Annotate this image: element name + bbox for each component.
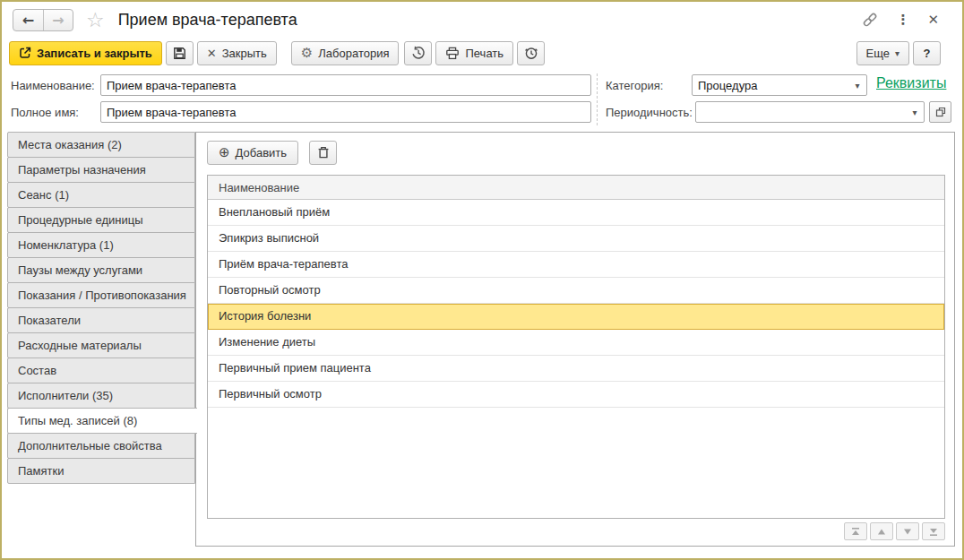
favorite-star-icon[interactable]: ☆ <box>86 10 105 30</box>
back-button[interactable]: ← <box>13 10 43 30</box>
sidebar-tab[interactable]: Параметры назначения <box>7 157 195 183</box>
content-panel: ⊕ Добавить Наименование Внеплановый приё… <box>195 132 955 547</box>
laboratory-label: Лаборатория <box>318 47 389 60</box>
sidebar-tab[interactable]: Памятки <box>7 458 195 484</box>
table-toolbar: ⊕ Добавить <box>207 141 337 165</box>
window-close-icon[interactable]: ✕ <box>927 12 939 28</box>
add-label: Добавить <box>236 146 287 159</box>
app-window: ← → ☆ Прием врача-терапевта ⋮ ✕ Записать… <box>0 0 964 560</box>
sidebar-tabs: Места оказания (2)Параметры назначенияСе… <box>7 132 195 484</box>
alarm-clock-icon <box>524 46 538 60</box>
laboratory-button[interactable]: ⚙ Лаборатория <box>291 41 400 65</box>
history-clock-icon <box>411 46 426 60</box>
history-button[interactable] <box>404 41 432 65</box>
category-select[interactable]: Процедура ▾ <box>692 74 867 96</box>
save-and-close-label: Записать и закрыть <box>37 47 152 60</box>
forward-button[interactable]: → <box>43 10 73 30</box>
menu-kebab-icon[interactable]: ⋮ <box>896 12 909 28</box>
move-up-button[interactable] <box>870 522 893 540</box>
title-bar: ← → ☆ Прием врача-терапевта ⋮ ✕ <box>2 2 962 38</box>
table-row[interactable]: Внеплановый приём <box>208 200 944 226</box>
save-close-icon <box>19 47 31 59</box>
printer-icon <box>445 47 460 60</box>
periodicity-select[interactable]: ▾ <box>695 101 925 123</box>
save-and-close-button[interactable]: Записать и закрыть <box>9 41 162 65</box>
history-nav-group: ← → <box>13 9 73 31</box>
category-value: Процедура <box>693 79 848 92</box>
name-label: Наименование: <box>11 79 95 92</box>
floppy-disk-icon <box>173 47 186 60</box>
sidebar-tab[interactable]: Исполнители (35) <box>7 383 195 409</box>
sidebar-tab[interactable]: Сеанс (1) <box>7 182 195 208</box>
move-to-bottom-icon <box>928 527 939 537</box>
help-button[interactable]: ? <box>913 41 941 65</box>
requisites-link[interactable]: Реквизиты <box>876 75 946 91</box>
trash-icon <box>317 146 330 159</box>
sidebar-tab[interactable]: Типы мед. записей (8) <box>7 408 197 434</box>
table-row[interactable]: История болезни <box>208 304 944 330</box>
move-to-top-button[interactable] <box>844 522 867 540</box>
table-row[interactable]: Эпикриз выписной <box>208 226 944 252</box>
print-label: Печать <box>465 47 504 60</box>
more-button[interactable]: Еще ▾ <box>856 41 909 65</box>
table-header[interactable]: Наименование <box>208 176 944 200</box>
chevron-down-icon[interactable]: ▾ <box>848 81 866 90</box>
sidebar-tab[interactable]: Номенклатура (1) <box>7 232 195 258</box>
command-bar: Записать и закрыть ✕ Закрыть ⚙ Лаборатор… <box>2 39 962 66</box>
category-label: Категория: <box>606 79 663 92</box>
close-x-icon: ✕ <box>207 47 217 60</box>
add-button[interactable]: ⊕ Добавить <box>207 141 298 165</box>
chevron-down-icon: ▾ <box>895 48 899 58</box>
sidebar-tab[interactable]: Состав <box>7 358 195 383</box>
sidebar-tab[interactable]: Дополнительные свойства <box>7 433 195 459</box>
name-input[interactable] <box>100 74 591 96</box>
table-row[interactable]: Первичный осмотр <box>208 382 944 408</box>
sidebar-tab[interactable]: Показатели <box>7 307 195 333</box>
sidebar-tab[interactable]: Процедурные единицы <box>7 207 195 233</box>
close-label: Закрыть <box>222 47 267 60</box>
chevron-down-icon[interactable]: ▾ <box>906 108 924 117</box>
periodicity-open-button[interactable] <box>929 101 951 123</box>
sidebar-tab[interactable]: Показания / Противопоказания <box>7 282 195 308</box>
move-down-button[interactable] <box>896 522 919 540</box>
move-to-bottom-button[interactable] <box>922 522 945 540</box>
sidebar-tab[interactable]: Расходные материалы <box>7 332 195 358</box>
move-down-icon <box>902 527 913 537</box>
fields-splitter[interactable] <box>597 73 598 125</box>
more-label: Еще <box>866 47 890 60</box>
reminder-button[interactable] <box>517 41 545 65</box>
add-plus-icon: ⊕ <box>219 146 230 159</box>
sidebar-tab[interactable]: Места оказания (2) <box>7 132 195 158</box>
table-row[interactable]: Приём врача-терапевта <box>208 252 944 278</box>
table-row[interactable]: Первичный прием пациента <box>208 356 944 382</box>
move-to-top-icon <box>850 527 861 537</box>
back-arrow-icon: ← <box>22 12 34 29</box>
sidebar-tab[interactable]: Паузы между услугами <box>7 257 195 283</box>
periodicity-label: Периодичность: <box>606 106 693 119</box>
full-name-input[interactable] <box>100 101 591 123</box>
full-name-label: Полное имя: <box>11 106 79 119</box>
move-up-icon <box>876 527 887 537</box>
copy-link-icon[interactable] <box>862 12 878 28</box>
page-title: Прием врача-терапевта <box>118 11 297 30</box>
record-table: Наименование Внеплановый приёмЭпикриз вы… <box>207 175 945 519</box>
row-move-buttons <box>844 522 945 540</box>
delete-button[interactable] <box>309 141 337 165</box>
table-row[interactable]: Изменение диеты <box>208 330 944 356</box>
gear-icon: ⚙ <box>301 47 313 60</box>
forward-arrow-icon: → <box>52 12 64 29</box>
open-window-icon <box>935 107 946 117</box>
save-button[interactable] <box>166 41 194 65</box>
print-button[interactable]: Печать <box>435 41 513 65</box>
record-table-body: Внеплановый приёмЭпикриз выписнойПриём в… <box>208 200 944 408</box>
table-row[interactable]: Повторный осмотр <box>208 278 944 304</box>
titlebar-actions: ⋮ ✕ <box>862 12 939 28</box>
close-button[interactable]: ✕ Закрыть <box>197 41 277 65</box>
form-fields: Наименование: Полное имя: Категория: Про… <box>0 72 964 129</box>
